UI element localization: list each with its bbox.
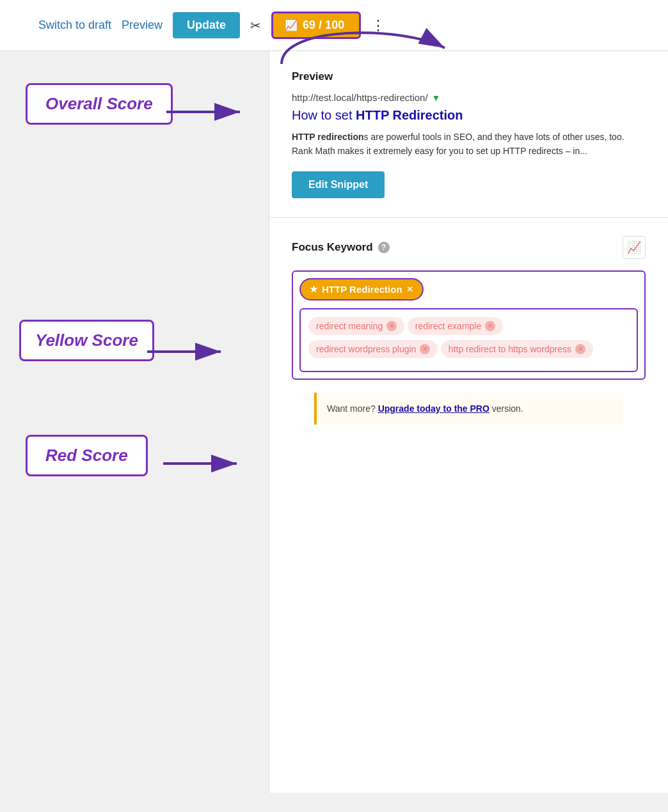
secondary-chip-2[interactable]: redirect example ✕ bbox=[408, 317, 504, 335]
secondary-keyword-1: redirect meaning bbox=[316, 321, 383, 331]
left-panel: Overall Score Yellow Score bbox=[0, 51, 269, 793]
main-container: Overall Score Yellow Score bbox=[0, 51, 668, 793]
scissors-icon[interactable]: ✂ bbox=[250, 18, 261, 33]
help-icon[interactable]: ? bbox=[378, 242, 390, 253]
toolbar: Switch to draft Preview Update ✂ 📈 69 / … bbox=[0, 0, 668, 51]
preview-title-plain: How to set bbox=[292, 108, 356, 122]
focus-keyword-section: Focus Keyword ? 📈 ★ HTTP Redirection ✕ bbox=[269, 218, 668, 442]
preview-url: http://test.local/https-redirection/ bbox=[292, 92, 428, 103]
red-score-label: Red Score bbox=[45, 446, 128, 465]
primary-chip-close[interactable]: ✕ bbox=[406, 285, 413, 294]
secondary-chip-3[interactable]: redirect wordpress plugin ✕ bbox=[308, 340, 438, 358]
upgrade-text-after: version. bbox=[489, 403, 523, 414]
preview-url-row: http://test.local/https-redirection/ ▼ bbox=[292, 92, 646, 103]
arrow-overall bbox=[166, 99, 250, 127]
yellow-score-label: Yellow Score bbox=[35, 331, 138, 350]
chip-close-4[interactable]: ✕ bbox=[575, 344, 585, 354]
chip-close-1[interactable]: ✕ bbox=[386, 321, 397, 331]
upgrade-text-before: Want more? bbox=[327, 403, 378, 414]
edit-snippet-button[interactable]: Edit Snippet bbox=[292, 171, 385, 198]
dropdown-arrow-icon[interactable]: ▼ bbox=[432, 93, 441, 103]
secondary-chip-1[interactable]: redirect meaning ✕ bbox=[308, 317, 404, 335]
preview-label: Preview bbox=[292, 70, 646, 83]
star-icon: ★ bbox=[310, 284, 318, 294]
primary-keyword-chip: ★ HTTP Redirection ✕ bbox=[299, 278, 638, 308]
yellow-arrow-svg bbox=[147, 339, 230, 364]
upgrade-link[interactable]: Upgrade today to the PRO bbox=[378, 403, 489, 414]
arrow-yellow bbox=[147, 339, 230, 367]
preview-description: HTTP redirections are powerful tools in … bbox=[292, 130, 646, 159]
red-score-box: Red Score bbox=[26, 435, 148, 476]
update-button[interactable]: Update bbox=[173, 12, 240, 38]
chart-icon-button[interactable]: 📈 bbox=[623, 236, 646, 259]
upgrade-banner: Want more? Upgrade today to the PRO vers… bbox=[314, 393, 623, 425]
score-value: 69 / 100 bbox=[303, 19, 344, 32]
yellow-score-box: Yellow Score bbox=[19, 320, 154, 361]
right-panel: Preview http://test.local/https-redirect… bbox=[269, 51, 668, 793]
preview-button[interactable]: Preview bbox=[122, 19, 163, 32]
overall-score-box: Overall Score bbox=[26, 83, 173, 125]
secondary-keyword-3: redirect wordpress plugin bbox=[316, 344, 416, 354]
secondary-keyword-4: http redirect to https wordpress bbox=[449, 344, 571, 354]
overall-arrow-svg bbox=[166, 99, 250, 125]
keyword-chips-area: ★ HTTP Redirection ✕ redirect meaning ✕ … bbox=[292, 270, 646, 380]
red-arrow-svg bbox=[163, 451, 246, 476]
arrow-red bbox=[163, 451, 246, 479]
chart-icon: 📈 bbox=[627, 240, 641, 254]
secondary-chips-area: redirect meaning ✕ redirect example ✕ re… bbox=[299, 308, 638, 372]
secondary-chip-4[interactable]: http redirect to https wordpress ✕ bbox=[441, 340, 593, 358]
more-options-button[interactable]: ⋮ bbox=[371, 17, 385, 34]
switch-to-draft-button[interactable]: Switch to draft bbox=[38, 19, 111, 32]
focus-keyword-title: Focus Keyword ? bbox=[292, 241, 390, 254]
chip-close-2[interactable]: ✕ bbox=[485, 321, 495, 331]
secondary-keyword-2: redirect example bbox=[415, 321, 482, 331]
preview-title: How to set HTTP Redirection bbox=[292, 107, 646, 123]
preview-desc-strong: HTTP redirection bbox=[292, 132, 364, 142]
score-icon: 📈 bbox=[285, 19, 298, 31]
primary-keyword-text: HTTP Redirection bbox=[322, 284, 402, 295]
chip-close-3[interactable]: ✕ bbox=[420, 344, 430, 354]
score-badge[interactable]: 📈 69 / 100 bbox=[271, 12, 361, 39]
primary-chip[interactable]: ★ HTTP Redirection ✕ bbox=[299, 278, 424, 301]
preview-title-bold: HTTP Redirection bbox=[356, 108, 463, 122]
focus-keyword-label: Focus Keyword bbox=[292, 241, 373, 254]
preview-section: Preview http://test.local/https-redirect… bbox=[269, 51, 668, 218]
overall-score-label: Overall Score bbox=[45, 94, 153, 113]
focus-keyword-header: Focus Keyword ? 📈 bbox=[292, 236, 646, 259]
